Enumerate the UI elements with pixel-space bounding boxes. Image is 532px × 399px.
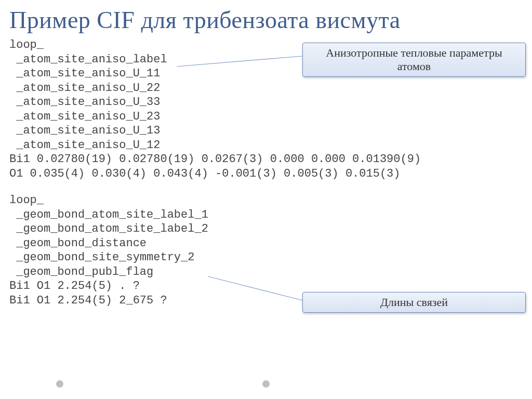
callout-aniso: Анизотропные тепловые параметры атомов bbox=[302, 43, 526, 77]
nav-dot-left bbox=[56, 380, 63, 388]
cif-block-bonds: loop_ _geom_bond_atom_site_label_1 _geom… bbox=[0, 193, 532, 308]
callout-bonds: Длины связей bbox=[302, 292, 526, 313]
nav-dot-center bbox=[262, 380, 270, 388]
slide-title: Пример CIF для трибензоата висмута bbox=[0, 0, 532, 38]
